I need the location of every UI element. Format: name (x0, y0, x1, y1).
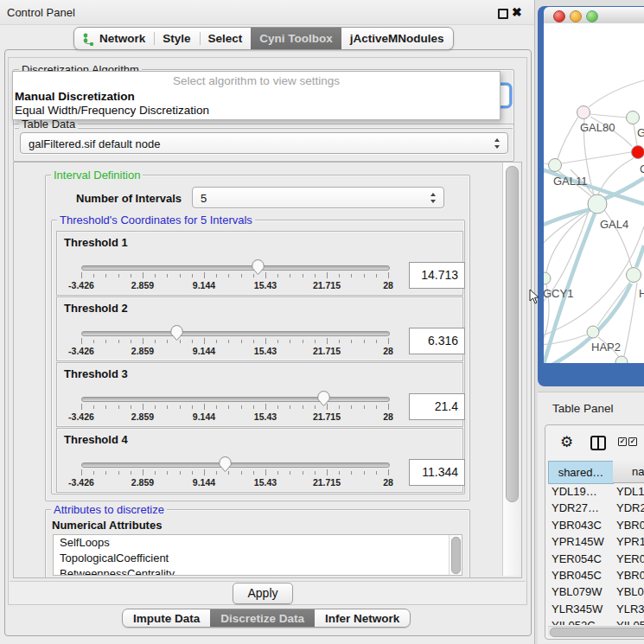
slider-track[interactable] (81, 462, 390, 468)
threshold-value-field[interactable]: 21.4 (409, 393, 465, 420)
tab-jactivemnodules[interactable]: jActiveMNodules (341, 28, 453, 49)
slider-thumb[interactable] (170, 325, 183, 341)
slider-track[interactable] (81, 331, 390, 336)
cell-shared-name: YDL19… (552, 485, 597, 498)
network-edge[interactable] (562, 152, 631, 163)
dropdown-item[interactable]: Equal Width/Frequency Discretization (15, 104, 209, 117)
scrollbar-thumb[interactable] (506, 166, 519, 502)
tab-discretize-data[interactable]: Discretize Data (210, 609, 315, 627)
slider-thumb[interactable] (252, 259, 265, 276)
table-row[interactable]: YBR045CYBR045C (548, 567, 644, 583)
tick-label: 21.715 (313, 346, 341, 356)
gear-icon[interactable]: ⚙ (560, 433, 573, 451)
tick-label: 15.43 (254, 411, 277, 422)
network-node-H[interactable] (627, 268, 641, 283)
node-label: GAL80 (580, 121, 615, 134)
column-header-name[interactable]: name (613, 461, 644, 483)
table-row[interactable]: YDL19…YDL19… (548, 483, 644, 500)
network-edge[interactable] (590, 114, 627, 118)
vertical-scrollbar[interactable] (502, 163, 521, 576)
network-node-GAL11[interactable] (549, 159, 562, 172)
cell-shared-name: YER054C (552, 552, 602, 565)
table-row[interactable]: YIL052CYIL052C (548, 617, 644, 625)
attribute-item[interactable]: TopologicalCoefficient (60, 552, 169, 564)
tab-impute-data[interactable]: Impute Data (123, 609, 210, 627)
slider-thumb[interactable] (219, 456, 232, 473)
cell-shared-name: YIL052C (552, 619, 596, 625)
network-edge[interactable] (597, 282, 630, 326)
tick-label: 9.144 (193, 411, 215, 422)
tick-label: -3.426 (68, 280, 94, 290)
table-panel-window: Table Panel ⚙ ✓ ✓ shared… name YDL19…YDL… (538, 392, 644, 644)
checkbox-icon[interactable]: ✓ (618, 437, 627, 446)
horizontal-scrollbar[interactable] (548, 626, 644, 636)
column-header-shared-name[interactable]: shared… (548, 461, 614, 484)
close-traffic-light[interactable] (553, 10, 565, 22)
threshold-value-field[interactable]: 6.316 (409, 328, 465, 354)
network-icon (83, 33, 94, 46)
attribute-item[interactable]: SelfLoops (60, 536, 110, 549)
table-data-combobox[interactable]: galFiltered.sif default node (20, 132, 508, 154)
cell-shared-name: YBR045C (552, 569, 602, 582)
network-edge-wide[interactable] (636, 245, 644, 267)
cell-name: YBR045C (616, 569, 644, 582)
checkbox-icon[interactable]: ✓ (628, 437, 637, 446)
slider-thumb[interactable] (317, 391, 330, 407)
table-row[interactable]: YLR345WYLR345W (548, 601, 644, 617)
apply-button[interactable]: Apply (233, 583, 293, 604)
tab-cyni-toolbox[interactable]: Cyni Toolbox (251, 28, 341, 49)
close-icon[interactable]: ✖ (512, 5, 522, 19)
network-node-C[interactable] (632, 146, 644, 159)
network-node-GAL80[interactable] (577, 106, 590, 119)
network-edge[interactable] (544, 162, 548, 164)
dropdown-item[interactable]: Manual Discretization (15, 90, 135, 103)
scrollbar-thumb[interactable] (451, 537, 461, 574)
attributes-list[interactable]: SelfLoopsTopologicalCoefficientBetweenne… (53, 534, 462, 576)
threshold-label: Threshold 3 (64, 367, 128, 380)
tab-label: Style (163, 32, 190, 45)
tab-network[interactable]: Network (74, 28, 154, 49)
network-canvas[interactable]: GAL80GACGAL11GAL4GCY1HHAP2 (544, 23, 644, 363)
network-edge[interactable] (558, 117, 578, 159)
cell-name: YDR27… (616, 501, 644, 514)
network-node-GAL4[interactable] (588, 194, 607, 214)
minimize-traffic-light[interactable] (570, 10, 582, 22)
threshold-label: Threshold 4 (64, 433, 128, 446)
tick-label: 2.859 (131, 411, 154, 422)
tab-infer-network[interactable]: Infer Network (315, 609, 410, 627)
tab-style[interactable]: Style (154, 28, 199, 49)
slider-track[interactable] (81, 397, 390, 402)
scrollbar-thumb[interactable] (550, 628, 644, 637)
cell-name: YLR345W (616, 603, 644, 615)
network-window-titlebar (544, 7, 644, 24)
network-node-node[interactable] (615, 356, 628, 363)
network-node-GCY1[interactable] (544, 272, 551, 284)
float-window-icon[interactable] (498, 9, 508, 19)
network-edge[interactable] (589, 80, 644, 107)
mouse-cursor (529, 289, 539, 304)
table-row[interactable]: YBL079WYBL079W (548, 583, 644, 600)
node-label: GAL4 (600, 218, 628, 231)
threshold-value-field[interactable]: 11.344 (409, 459, 465, 486)
zoom-traffic-light[interactable] (586, 10, 598, 22)
tick-label: 2.859 (131, 477, 154, 488)
network-node-HAP2[interactable] (587, 326, 599, 338)
number-of-intervals-label: Number of Intervals (76, 192, 182, 205)
dropdown-hint-item[interactable]: Select algorithm to view settings (13, 74, 500, 87)
attributes-scrollbar[interactable] (449, 535, 461, 575)
cell-name: YPR145W (616, 535, 644, 548)
number-of-intervals-combobox[interactable]: 5 (192, 187, 444, 208)
thresholds-group: Threshold's Coordinates for 5 Intervals … (51, 220, 465, 494)
slider-track[interactable] (81, 265, 390, 271)
table-row[interactable]: YBR043CYBR043C (548, 517, 644, 533)
tab-select[interactable]: Select (200, 28, 252, 49)
split-view-icon[interactable] (590, 436, 606, 450)
threshold-value-field[interactable]: 14.713 (409, 262, 465, 289)
table-row[interactable]: YER054CYER054C (548, 551, 644, 567)
attribute-item[interactable]: BetweennessCentrality (60, 567, 175, 576)
table-row[interactable]: YPR145WYPR145W (548, 533, 644, 550)
network-node-GA[interactable] (627, 112, 640, 124)
threshold-panel: Threshold 1-3.4262.8599.14415.4321.71528… (56, 231, 463, 296)
node-label: HAP2 (591, 341, 621, 354)
table-row[interactable]: YDR27…YDR27… (548, 500, 644, 516)
